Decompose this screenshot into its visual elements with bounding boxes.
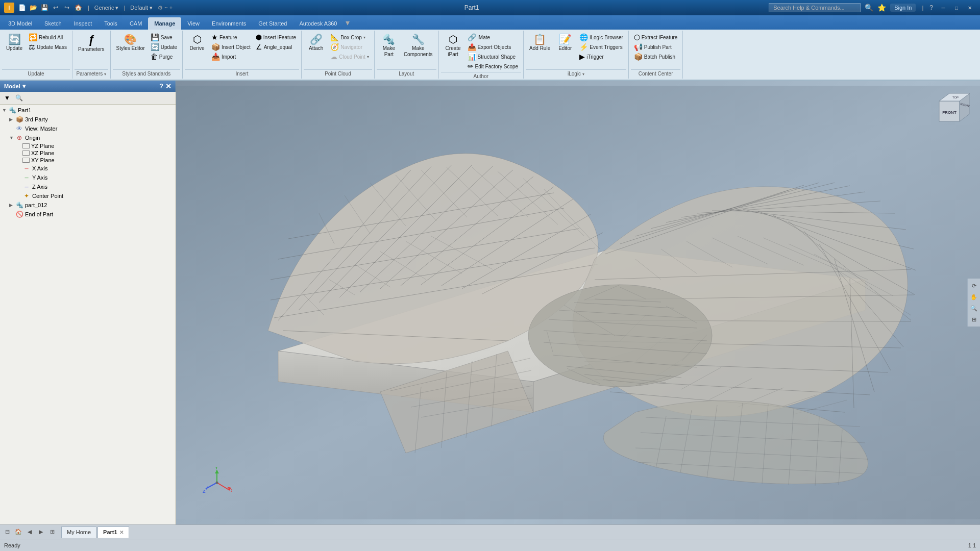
viewport[interactable]: FRONT RIGHT TOP ⟳ ✋ 🔍 ⊞ X Y	[176, 81, 980, 524]
expand-part012[interactable]: ▶	[9, 203, 15, 208]
sidebar-help-icon[interactable]: ?	[159, 82, 163, 90]
insert-ifeature-btn[interactable]: ⬢ Insert iFeature	[254, 33, 298, 42]
extract-ifeature-btn[interactable]: ⬡ Extract iFeature	[632, 33, 680, 42]
tree-item-y-axis[interactable]: ─ Y Axis	[0, 173, 176, 182]
save-btn[interactable]: 💾 Save	[149, 33, 179, 42]
restore-btn[interactable]: □	[950, 3, 963, 12]
tree-item-yz-plane[interactable]: YZ Plane	[0, 142, 176, 149]
tab-nav-home[interactable]: 🏠	[13, 528, 23, 537]
cloud-point-btn[interactable]: ☁ Cloud Point ▾	[328, 52, 371, 61]
tab-view[interactable]: View	[181, 17, 206, 30]
sidebar-close-btn[interactable]: ✕	[165, 82, 172, 90]
navigator-btn[interactable]: 🧭 Navigator	[328, 42, 371, 52]
tree-item-xy-plane[interactable]: XY Plane	[0, 157, 176, 164]
tab-a360[interactable]: Autodesk A360	[293, 17, 343, 30]
nav-pan-btn[interactable]: ✋	[969, 292, 979, 302]
insert-object-btn[interactable]: 📦 Insert Object	[209, 42, 253, 52]
search-input[interactable]	[769, 3, 861, 12]
help-icon[interactable]: ?	[929, 4, 933, 11]
minimize-btn[interactable]: ─	[937, 3, 949, 12]
qa-new[interactable]: 📄	[17, 3, 27, 12]
tree-item-end-of-part[interactable]: 🚫 End of Part	[0, 210, 176, 219]
update-btn[interactable]: 🔄 Update	[3, 33, 26, 53]
expand-part1[interactable]: ▼	[2, 108, 8, 113]
nav-orbit-btn[interactable]: ⟳	[969, 281, 979, 291]
add-rule-btn[interactable]: 📋 Add Rule	[527, 33, 553, 53]
box-crop-btn[interactable]: 📐 Box Crop ▾	[328, 33, 371, 42]
expand-origin[interactable]: ▼	[9, 135, 15, 140]
tab-3dmodel[interactable]: 3D Model	[2, 17, 38, 30]
parameters-btn[interactable]: ƒ Parameters	[76, 33, 107, 54]
tab-nav-first[interactable]: ⊟	[2, 528, 12, 537]
tab-manage[interactable]: Manage	[148, 17, 181, 30]
tree-item-z-axis[interactable]: ─ Z Axis	[0, 182, 176, 191]
tab-environments[interactable]: Environments	[206, 17, 252, 30]
tree-item-part012[interactable]: ▶ 🔩 part_012	[0, 201, 176, 210]
insert-group-label: Insert	[185, 69, 299, 78]
tab-part1[interactable]: Part1 ✕	[97, 527, 129, 538]
filter-tool[interactable]: ▼	[2, 93, 12, 103]
make-part-btn[interactable]: 🔩 MakePart	[378, 33, 400, 59]
qa-undo[interactable]: ↩	[51, 3, 60, 12]
update-ss-btn[interactable]: 🔄 Update	[149, 42, 179, 52]
qa-redo[interactable]: ↪	[62, 3, 71, 12]
qa-open[interactable]: 📂	[29, 3, 38, 12]
axis-svg: X Y Z	[202, 467, 232, 498]
editor-btn[interactable]: 📝 Editor	[554, 33, 576, 53]
batch-publish-btn[interactable]: 📦 Batch Publish	[632, 52, 680, 61]
export-objects-btn[interactable]: 📤 Export Objects	[465, 42, 520, 52]
tab-more[interactable]: ▾	[346, 18, 350, 30]
create-ipart-btn[interactable]: ⬡ CreateiPart	[442, 33, 464, 59]
tree-item-part1[interactable]: ▼ 🔩 Part1	[0, 106, 176, 115]
rebuild-all-btn[interactable]: 🔁 Rebuild All	[27, 33, 69, 42]
feature-btn[interactable]: ★ Feature	[209, 33, 253, 42]
title-bar-right: 🔍 ⭐ Sign In | ? ─ □ ✕	[769, 3, 976, 12]
publish-part-btn[interactable]: 📢 Publish Part	[632, 42, 680, 52]
part1-tab-close[interactable]: ✕	[119, 530, 124, 535]
purge-btn[interactable]: 🗑 Purge	[149, 52, 179, 61]
tab-sketch[interactable]: Sketch	[38, 17, 68, 30]
config-dropdown[interactable]: Default ▾	[130, 5, 153, 11]
ilogic-browser-btn[interactable]: 🌐 iLogic Browser	[577, 33, 625, 42]
make-components-btn[interactable]: 🔧 MakeComponents	[401, 33, 435, 59]
event-triggers-btn[interactable]: ⚡ Event Triggers	[577, 42, 625, 52]
styles-editor-btn[interactable]: 🎨 Styles Editor	[114, 33, 148, 53]
tree-item-x-axis[interactable]: ─ X Axis	[0, 164, 176, 173]
tree-item-3rdparty[interactable]: ▶ 📦 3rd Party	[0, 115, 176, 124]
import-btn[interactable]: 📥 Import	[209, 52, 253, 61]
edit-factory-scope-btn[interactable]: ✏ Edit Factory Scope	[465, 62, 520, 71]
search-tool[interactable]: 🔍	[14, 93, 24, 103]
tab-nav-prev[interactable]: ◀	[24, 528, 35, 537]
makepart-label: MakePart	[383, 45, 395, 58]
derive-btn[interactable]: ⬡ Derive	[186, 33, 208, 53]
viewcube[interactable]: FRONT RIGHT TOP	[929, 91, 970, 132]
attach-btn[interactable]: 🔗 Attach	[305, 33, 327, 53]
sidebar-dropdown[interactable]: ▾	[22, 83, 26, 90]
star-icon[interactable]: ⭐	[877, 4, 886, 12]
tree-item-xz-plane[interactable]: XZ Plane	[0, 149, 176, 157]
structural-shape-btn[interactable]: 📊 Structural Shape	[465, 52, 520, 61]
itrigger-btn[interactable]: ▶ iTrigger	[577, 52, 625, 61]
tab-nav-next[interactable]: ▶	[36, 528, 46, 537]
tab-myhome[interactable]: My Home	[61, 527, 96, 538]
imate-btn[interactable]: 🔗 iMate	[465, 33, 520, 42]
tab-getstarted[interactable]: Get Started	[252, 17, 293, 30]
tab-inspect[interactable]: Inspect	[68, 17, 98, 30]
close-btn[interactable]: ✕	[964, 3, 976, 12]
tree-item-center-point[interactable]: ✦ Center Point	[0, 191, 176, 201]
style-dropdown[interactable]: Generic ▾	[94, 5, 119, 11]
sign-in-btn[interactable]: Sign In	[890, 4, 916, 12]
expand-3rdparty[interactable]: ▶	[9, 117, 15, 122]
nav-zoom-btn[interactable]: 🔍	[969, 303, 979, 313]
search-icon[interactable]: 🔍	[865, 4, 873, 12]
tree-item-view-master[interactable]: 👁 View: Master	[0, 124, 176, 133]
nav-fitall-btn[interactable]: ⊞	[969, 314, 979, 324]
tab-nav-last[interactable]: ⊞	[47, 528, 57, 537]
tab-tools[interactable]: Tools	[98, 17, 124, 30]
qa-save[interactable]: 💾	[40, 3, 49, 12]
qa-home[interactable]: 🏠	[74, 3, 83, 12]
tree-item-origin[interactable]: ▼ ⊕ Origin	[0, 133, 176, 142]
angle-equal-btn[interactable]: ∠ Angle_equal	[254, 42, 298, 52]
update-mass-btn[interactable]: ⚖ Update Mass	[27, 42, 69, 52]
tab-cam[interactable]: CAM	[124, 17, 148, 30]
